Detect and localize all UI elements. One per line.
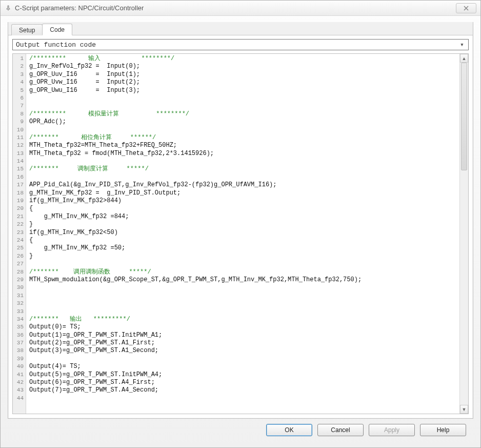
code-line[interactable]: APP_Pid_Cal(&g_Inv_PID_ST,g_Inv_RefVol_f… xyxy=(29,181,459,189)
tab-setup[interactable]: Setup xyxy=(11,24,43,35)
code-line[interactable]: g_OPR_Uwu_I16 = Input(3); xyxy=(29,87,459,94)
line-number: 14 xyxy=(13,158,24,165)
code-line[interactable] xyxy=(29,126,459,134)
code-line[interactable] xyxy=(29,173,459,181)
line-number: 24 xyxy=(13,237,24,244)
tab-code[interactable]: Code xyxy=(42,24,72,35)
help-button[interactable]: Help xyxy=(420,424,466,436)
line-number: 6 xyxy=(13,94,24,102)
line-number: 25 xyxy=(13,244,24,252)
code-line[interactable]: Output(3)=g_OPR_T_PWM_ST.A1_Second; xyxy=(29,347,459,355)
line-number: 10 xyxy=(13,126,24,134)
dialog-window: C-Script parameters: NPC/Circuit/Control… xyxy=(0,0,481,448)
line-number: 41 xyxy=(13,371,24,379)
code-line[interactable]: { xyxy=(29,205,459,212)
code-line[interactable] xyxy=(29,102,459,110)
titlebar[interactable]: C-Script parameters: NPC/Circuit/Control… xyxy=(1,1,480,16)
line-number: 23 xyxy=(13,229,24,237)
tabs-bar: Setup Code xyxy=(8,22,473,35)
code-line[interactable]: g_MTH_Inv_MK_fp32 = g_Inv_PID_ST.Output; xyxy=(29,189,459,197)
code-line[interactable] xyxy=(29,300,459,307)
line-number: 20 xyxy=(13,205,24,212)
line-number: 36 xyxy=(13,332,24,339)
code-line[interactable] xyxy=(29,308,459,316)
code-line[interactable]: g_MTH_Inv_MK_fp32 =844; xyxy=(29,213,459,221)
code-line[interactable]: Output(7)=g_OPR_T_PWM_ST.A4_Second; xyxy=(29,386,459,394)
code-line[interactable]: { xyxy=(29,237,459,244)
function-select-value: Output function code xyxy=(16,41,458,49)
code-line[interactable] xyxy=(29,260,459,268)
line-number: 39 xyxy=(13,355,24,363)
scroll-up-button[interactable]: ▲ xyxy=(460,54,468,63)
code-line[interactable]: g_OPR_Uuv_I16 = Input(1); xyxy=(29,71,459,79)
line-number: 5 xyxy=(13,87,24,94)
code-line[interactable]: /******* 调制度计算 *****/ xyxy=(29,165,459,173)
line-number: 8 xyxy=(13,110,24,118)
code-line[interactable]: /********* 模拟量计算 ********/ xyxy=(29,110,459,118)
function-select[interactable]: Output function code ▾ xyxy=(12,39,469,50)
code-line[interactable]: /********* 输入 ********/ xyxy=(29,55,459,63)
close-button[interactable] xyxy=(456,3,476,13)
line-number: 29 xyxy=(13,276,24,284)
scroll-down-button[interactable]: ▼ xyxy=(460,405,468,414)
code-line[interactable]: } xyxy=(29,252,459,260)
code-line[interactable] xyxy=(29,355,459,363)
line-number: 37 xyxy=(13,339,24,347)
apply-button[interactable]: Apply xyxy=(369,424,415,436)
code-line[interactable]: MTH_Spwm_modulation(&g_OPR_Scope_ST,&g_O… xyxy=(29,276,459,284)
line-number: 32 xyxy=(13,300,24,307)
window-title: C-Script parameters: NPC/Circuit/Control… xyxy=(15,4,144,12)
code-line[interactable]: Output(5)=g_OPR_T_PWM_ST.InitPWM_A4; xyxy=(29,371,459,379)
code-line[interactable]: g_Inv_RefVol_fp32 = Input(0); xyxy=(29,63,459,70)
code-line[interactable]: /******* 输出 *********/ xyxy=(29,316,459,323)
dropdown-row: Output function code ▾ xyxy=(8,36,473,53)
pin-icon[interactable] xyxy=(5,5,12,12)
line-number: 7 xyxy=(13,102,24,110)
line-number: 28 xyxy=(13,268,24,276)
code-line[interactable] xyxy=(29,284,459,291)
line-number: 26 xyxy=(13,252,24,260)
code-line[interactable] xyxy=(29,94,459,102)
line-number: 11 xyxy=(13,134,24,142)
code-line[interactable]: if(g_MTH_Inv_MK_fp32<50) xyxy=(29,229,459,237)
code-editor[interactable]: 1234567891011121314151617181920212223242… xyxy=(12,53,469,414)
vertical-scrollbar[interactable]: ▲ ▼ xyxy=(459,54,468,414)
line-number: 13 xyxy=(13,150,24,158)
code-line[interactable]: /******* 相位角计算 ******/ xyxy=(29,134,459,142)
cancel-button[interactable]: Cancel xyxy=(317,424,364,436)
line-number: 27 xyxy=(13,260,24,268)
code-line[interactable]: if(g_MTH_Inv_MK_fp32>844) xyxy=(29,197,459,205)
code-line[interactable]: g_MTH_Inv_MK_fp32 =50; xyxy=(29,244,459,252)
code-line[interactable]: /******* 调用调制函数 *****/ xyxy=(29,268,459,276)
code-line[interactable]: Output(6)=g_OPR_T_PWM_ST.A4_First; xyxy=(29,379,459,386)
main-panel: Setup Code Output function code ▾ 123456… xyxy=(8,22,473,419)
line-number: 30 xyxy=(13,284,24,291)
line-number: 21 xyxy=(13,213,24,221)
code-line[interactable]: MTH_Theta_fp32 = fmod(MTH_Theta_fp32,2*3… xyxy=(29,150,459,158)
code-line[interactable]: OPR_Adc(); xyxy=(29,118,459,126)
scroll-thumb[interactable] xyxy=(461,63,467,170)
code-line[interactable]: Output(2)=g_OPR_T_PWM_ST.A1_First; xyxy=(29,339,459,347)
code-line[interactable]: Output(0)= TS; xyxy=(29,323,459,331)
code-area[interactable]: /********* 输入 ********/g_Inv_RefVol_fp32… xyxy=(26,54,459,414)
button-bar: OK Cancel Apply Help xyxy=(8,419,473,442)
line-number: 4 xyxy=(13,79,24,86)
line-number: 1 xyxy=(13,55,24,63)
chevron-down-icon: ▾ xyxy=(458,41,466,49)
code-line[interactable]: g_OPR_Uvw_I16 = Input(2); xyxy=(29,79,459,86)
code-line[interactable] xyxy=(29,158,459,165)
code-line[interactable]: Output(1)=g_OPR_T_PWM_ST.InitPWM_A1; xyxy=(29,332,459,339)
code-line[interactable]: Output(4)= TS; xyxy=(29,363,459,371)
code-line[interactable] xyxy=(29,395,459,402)
ok-button[interactable]: OK xyxy=(266,424,312,436)
code-line[interactable] xyxy=(29,292,459,300)
code-line[interactable]: MTH_Theta_fp32=MTH_Theta_fp32+FREQ_50HZ; xyxy=(29,142,459,149)
line-number: 34 xyxy=(13,316,24,323)
scroll-track[interactable] xyxy=(460,63,468,405)
code-line[interactable]: } xyxy=(29,221,459,228)
line-number: 12 xyxy=(13,142,24,149)
content-area: Setup Code Output function code ▾ 123456… xyxy=(1,16,480,447)
line-number: 16 xyxy=(13,173,24,181)
line-number: 15 xyxy=(13,165,24,173)
line-number: 35 xyxy=(13,323,24,331)
